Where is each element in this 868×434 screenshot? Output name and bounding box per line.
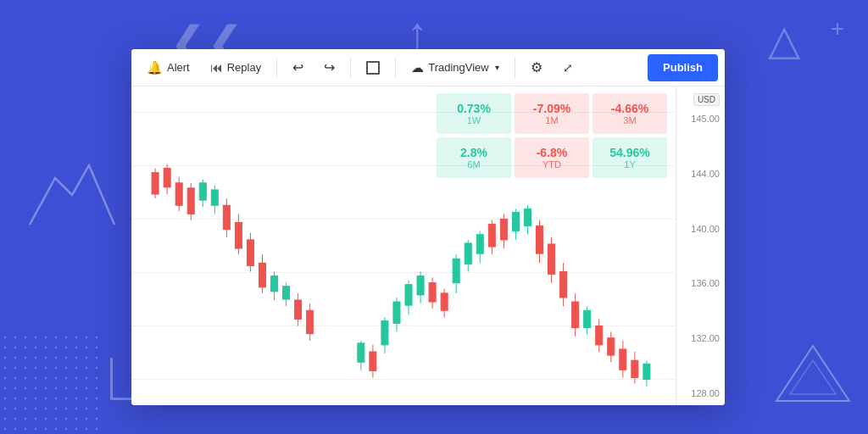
svg-rect-49 — [429, 283, 436, 302]
gear-icon: ⚙ — [531, 59, 542, 75]
svg-rect-65 — [524, 209, 531, 225]
bg-dots — [0, 332, 102, 434]
stat-box-ytd: -6.8%YTD — [515, 137, 589, 178]
divider-4 — [515, 58, 515, 78]
price-level-6: 128.00 — [680, 388, 720, 398]
stat-value-1y: 54.96% — [609, 146, 649, 160]
fullscreen-icon: ⤢ — [563, 61, 573, 75]
svg-rect-23 — [235, 223, 242, 248]
svg-rect-15 — [187, 188, 194, 214]
svg-rect-51 — [441, 293, 448, 310]
svg-rect-13 — [175, 183, 182, 205]
replay-label: Replay — [227, 61, 261, 74]
svg-rect-63 — [512, 212, 519, 231]
svg-marker-0 — [776, 346, 849, 401]
svg-rect-77 — [596, 326, 603, 345]
replay-icon: ⏮ — [210, 60, 223, 75]
price-level-5: 132.00 — [680, 333, 720, 343]
tradingview-label: TradingView — [428, 61, 489, 74]
price-level-4: 136.00 — [680, 278, 720, 288]
divider-1 — [276, 58, 277, 78]
cloud-icon: ☁ — [411, 60, 424, 75]
svg-rect-21 — [223, 205, 230, 229]
stat-period-3m: 3M — [623, 115, 636, 125]
svg-rect-41 — [381, 320, 388, 344]
svg-rect-59 — [488, 225, 495, 247]
candle-type-button[interactable] — [358, 57, 388, 79]
svg-rect-71 — [560, 271, 567, 297]
stat-value-ytd: -6.8% — [537, 146, 568, 160]
settings-button[interactable]: ⚙ — [522, 55, 551, 80]
svg-rect-47 — [417, 276, 424, 295]
redo-icon: ↪ — [324, 59, 335, 75]
bg-triangle-up: △ — [768, 15, 800, 64]
svg-rect-39 — [370, 352, 376, 370]
svg-rect-19 — [211, 190, 218, 205]
svg-rect-27 — [259, 263, 265, 287]
bg-plus-top: + — [831, 15, 844, 42]
bg-triangle-outline-br — [775, 342, 851, 409]
svg-rect-67 — [536, 226, 542, 254]
svg-rect-43 — [393, 302, 400, 323]
chart-widget: 🔔 Alert ⏮ Replay ↩ ↪ ☁ TradingView ▾ ⚙ — [131, 49, 725, 405]
svg-rect-35 — [307, 310, 314, 333]
undo-button[interactable]: ↩ — [284, 55, 312, 80]
chart-area: 0.73%1W-7.09%1M-4.66%3M2.8%6M-6.8%YTD54.… — [131, 86, 725, 405]
svg-rect-45 — [405, 285, 412, 305]
price-level-3: 140.00 — [680, 224, 720, 234]
svg-rect-73 — [572, 302, 579, 327]
stat-box-1y: 54.96%1Y — [593, 137, 667, 178]
undo-icon: ↩ — [292, 59, 303, 75]
divider-3 — [395, 58, 396, 78]
svg-rect-61 — [500, 219, 507, 239]
stat-box-6m: 2.8%6M — [437, 137, 511, 178]
alert-icon: 🔔 — [147, 60, 163, 75]
redo-button[interactable]: ↪ — [315, 55, 343, 80]
alert-button[interactable]: 🔔 Alert — [138, 56, 198, 80]
svg-rect-53 — [453, 259, 459, 282]
stat-value-1m: -7.09% — [533, 102, 570, 116]
stats-grid: 0.73%1W-7.09%1M-4.66%3M2.8%6M-6.8%YTD54.… — [437, 93, 667, 178]
replay-button[interactable]: ⏮ Replay — [202, 56, 270, 79]
stat-period-1y: 1Y — [624, 159, 635, 170]
toolbar: 🔔 Alert ⏮ Replay ↩ ↪ ☁ TradingView ▾ ⚙ — [131, 49, 725, 86]
publish-button[interactable]: Publish — [648, 54, 718, 81]
alert-label: Alert — [167, 61, 190, 74]
price-level-2: 144.00 — [680, 169, 720, 179]
svg-rect-55 — [465, 243, 471, 264]
svg-rect-9 — [152, 173, 159, 194]
stat-period-1m: 1M — [545, 115, 558, 125]
tradingview-button[interactable]: ☁ TradingView ▾ — [403, 56, 508, 80]
stat-box-1m: -7.09%1M — [515, 93, 589, 134]
svg-rect-25 — [247, 240, 253, 265]
svg-rect-69 — [548, 244, 555, 275]
svg-rect-57 — [476, 235, 483, 253]
stat-period-6m: 6M — [467, 159, 480, 170]
fullscreen-button[interactable]: ⤢ — [554, 57, 581, 79]
svg-rect-17 — [199, 183, 206, 200]
svg-rect-83 — [632, 360, 638, 377]
candle-icon — [366, 61, 380, 75]
svg-rect-81 — [620, 349, 626, 370]
stat-period-1w: 1W — [467, 115, 481, 125]
stat-period-ytd: YTD — [542, 159, 561, 170]
svg-rect-33 — [295, 300, 302, 319]
chevron-down-icon: ▾ — [495, 63, 499, 72]
svg-marker-1 — [790, 360, 836, 394]
currency-badge: USD — [693, 93, 720, 106]
price-level-1: 145.00 — [680, 114, 720, 124]
bg-mountain-left — [25, 153, 119, 232]
svg-rect-11 — [164, 169, 170, 187]
stat-value-6m: 2.8% — [460, 146, 487, 160]
svg-rect-37 — [358, 343, 364, 362]
svg-rect-31 — [283, 287, 290, 299]
stat-value-1w: 0.73% — [457, 102, 491, 116]
stat-box-1w: 0.73%1W — [437, 93, 511, 134]
price-scale: USD 145.00 144.00 140.00 136.00 132.00 1… — [676, 86, 725, 405]
publish-label: Publish — [663, 61, 703, 74]
svg-rect-29 — [271, 276, 278, 292]
stat-value-3m: -4.66% — [611, 102, 648, 116]
svg-rect-75 — [584, 310, 591, 327]
divider-2 — [350, 58, 351, 78]
svg-rect-79 — [608, 338, 615, 355]
